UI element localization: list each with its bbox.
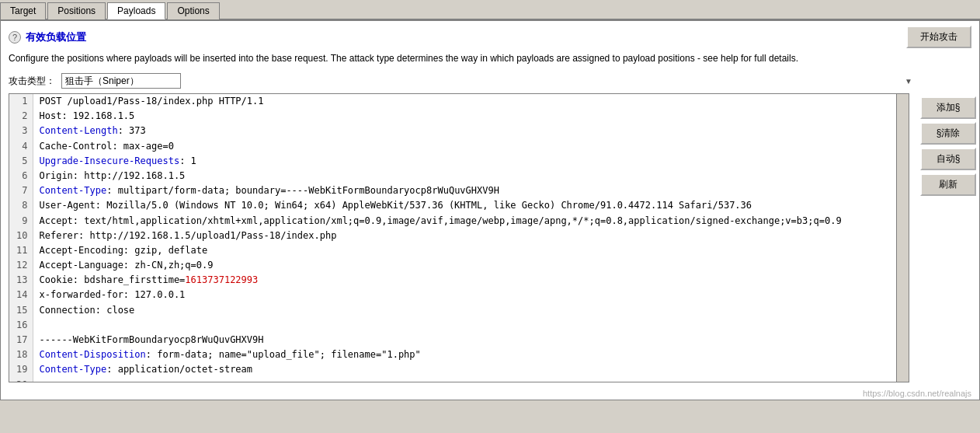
add-marker-button[interactable]: 添加§ [920, 96, 976, 119]
line-content: Content-Type: application/octet-stream [33, 362, 896, 377]
refresh-button[interactable]: 刷新 [920, 173, 976, 196]
line-content: Accept: text/html,application/xhtml+xml,… [33, 214, 896, 229]
line-content: Connection: close [33, 303, 896, 318]
table-row: 17------WebKitFormBoundaryocp8rWuQuvGHXV… [9, 333, 896, 347]
line-content: ------WebKitFormBoundaryocp8rWuQuvGHXV9H [33, 333, 896, 347]
line-number: 15 [9, 303, 33, 318]
line-number: 9 [9, 214, 33, 229]
footer-bar: https://blog.csdn.net/realnajs [1, 387, 979, 400]
line-content: Upgrade-Insecure-Requests: 1 [33, 154, 896, 169]
line-number: 19 [9, 362, 33, 377]
table-row: 8User-Agent: Mozilla/5.0 (Windows NT 10.… [9, 198, 896, 213]
line-content: User-Agent: Mozilla/5.0 (Windows NT 10.0… [33, 198, 896, 213]
line-number: 6 [9, 169, 33, 183]
editor-table: 1POST /upload1/Pass-18/index.php HTTP/1.… [9, 94, 896, 382]
start-attack-button[interactable]: 开始攻击 [906, 26, 971, 48]
help-icon[interactable]: ? [9, 31, 21, 44]
line-number: 7 [9, 183, 33, 198]
tab-payloads[interactable]: Payloads [107, 2, 165, 19]
table-row: 1POST /upload1/Pass-18/index.php HTTP/1.… [9, 94, 896, 109]
line-content [33, 318, 896, 333]
table-row: 5Upgrade-Insecure-Requests: 1 [9, 154, 896, 169]
line-content [33, 378, 896, 382]
tab-positions[interactable]: Positions [47, 2, 106, 19]
line-content: Referer: http://192.168.1.5/upload1/Pass… [33, 229, 896, 243]
watermark: https://blog.csdn.net/realnajs [863, 389, 971, 398]
line-number: 18 [9, 347, 33, 362]
attack-type-label: 攻击类型： [9, 75, 55, 88]
line-number: 20 [9, 378, 33, 382]
line-number: 14 [9, 288, 33, 302]
auto-marker-button[interactable]: 自动§ [920, 148, 976, 170]
line-number: 17 [9, 333, 33, 347]
line-content: Content-Type: multipart/form-data; bound… [33, 183, 896, 198]
line-number: 1 [9, 94, 33, 109]
line-content: x-forwarded-for: 127.0.0.1 [33, 288, 896, 302]
outer-editor: 1POST /upload1/Pass-18/index.php HTTP/1.… [1, 93, 917, 387]
line-number: 13 [9, 273, 33, 288]
table-row: 15Connection: close [9, 303, 896, 318]
line-content: Cookie: bdshare_firsttime=1613737122993 [33, 273, 896, 288]
table-row: 12Accept-Language: zh-CN,zh;q=0.9 [9, 258, 896, 273]
line-content: Content-Length: 373 [33, 124, 896, 138]
attack-type-select[interactable]: 狙击手（Sniper）打击手（Battering ram）交叉（Pitchfor… [61, 73, 181, 89]
line-content: Origin: http://192.168.1.5 [33, 169, 896, 183]
line-number: 10 [9, 229, 33, 243]
line-content: POST /upload1/Pass-18/index.php HTTP/1.1 [33, 94, 896, 109]
description: Configure the positions where payloads w… [1, 51, 979, 70]
side-buttons: 添加§ §清除 自动§ 刷新 [917, 93, 979, 199]
table-row: 18Content-Disposition: form-data; name="… [9, 347, 896, 362]
tab-options[interactable]: Options [167, 2, 219, 19]
attack-type-row: 攻击类型： 狙击手（Sniper）打击手（Battering ram）交叉（Pi… [1, 70, 979, 93]
table-row: 2Host: 192.168.1.5 [9, 109, 896, 124]
table-row: 11Accept-Encoding: gzip, deflate [9, 243, 896, 258]
table-row: 9Accept: text/html,application/xhtml+xml… [9, 214, 896, 229]
line-content: Content-Disposition: form-data; name="up… [33, 347, 896, 362]
table-row: 10Referer: http://192.168.1.5/upload1/Pa… [9, 229, 896, 243]
line-content: Accept-Language: zh-CN,zh;q=0.9 [33, 258, 896, 273]
clear-marker-button[interactable]: §清除 [920, 122, 976, 145]
table-row: 19Content-Type: application/octet-stream [9, 362, 896, 377]
table-row: 7Content-Type: multipart/form-data; boun… [9, 183, 896, 198]
editor-section: 1POST /upload1/Pass-18/index.php HTTP/1.… [1, 93, 979, 387]
tab-bar: Target Positions Payloads Options [0, 0, 980, 20]
line-content: Host: 192.168.1.5 [33, 109, 896, 124]
line-number: 3 [9, 124, 33, 138]
main-content: ? 有效负载位置 开始攻击 Configure the positions wh… [0, 20, 980, 400]
table-row: 6Origin: http://192.168.1.5 [9, 169, 896, 183]
line-number: 8 [9, 198, 33, 213]
table-row: 13Cookie: bdshare_firsttime=161373712299… [9, 273, 896, 288]
editor-area: 1POST /upload1/Pass-18/index.php HTTP/1.… [9, 93, 909, 382]
line-content: Accept-Encoding: gzip, deflate [33, 243, 896, 258]
scrollbar[interactable] [896, 94, 909, 382]
line-number: 5 [9, 154, 33, 169]
editor-main: 1POST /upload1/Pass-18/index.php HTTP/1.… [9, 94, 896, 382]
tab-target[interactable]: Target [0, 2, 46, 19]
line-number: 2 [9, 109, 33, 124]
table-row: 3Content-Length: 373 [9, 124, 896, 138]
header-row: ? 有效负载位置 开始攻击 [1, 21, 979, 51]
line-number: 11 [9, 243, 33, 258]
header-left: ? 有效负载位置 [9, 30, 86, 44]
table-row: 20 [9, 378, 896, 382]
table-row: 14x-forwarded-for: 127.0.0.1 [9, 288, 896, 302]
table-row: 4Cache-Control: max-age=0 [9, 139, 896, 154]
line-number: 4 [9, 139, 33, 154]
line-content: Cache-Control: max-age=0 [33, 139, 896, 154]
editor-scrollable[interactable]: 1POST /upload1/Pass-18/index.php HTTP/1.… [9, 94, 896, 382]
section-title: 有效负载位置 [26, 30, 86, 44]
attack-type-select-wrapper: 狙击手（Sniper）打击手（Battering ram）交叉（Pitchfor… [61, 73, 916, 89]
line-number: 16 [9, 318, 33, 333]
line-number: 12 [9, 258, 33, 273]
table-row: 16 [9, 318, 896, 333]
